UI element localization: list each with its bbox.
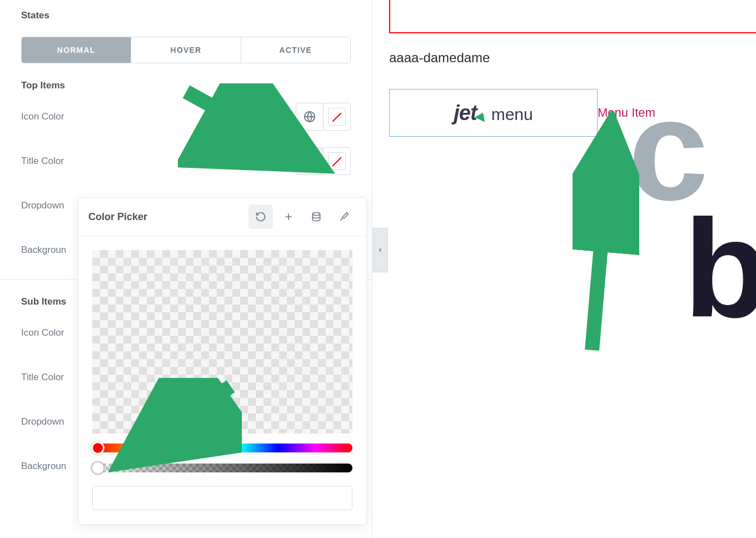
eyedropper-icon [339, 211, 350, 222]
menu-item-label[interactable]: Menu Item [598, 106, 655, 120]
color-swatch-button[interactable] [323, 147, 351, 175]
color-picker-popover: Color Picker [78, 197, 367, 525]
tab-active[interactable]: ACTIVE [241, 37, 350, 63]
add-button[interactable] [276, 205, 301, 229]
color-picker-title: Color Picker [88, 211, 245, 223]
undo-icon [255, 211, 266, 222]
label-icon-color: Icon Color [21, 111, 64, 122]
global-color-button[interactable] [296, 147, 324, 175]
label-background: Backgroun [21, 245, 66, 256]
color-picker-header: Color Picker [78, 198, 366, 236]
saturation-cursor[interactable] [217, 428, 228, 439]
tab-hover[interactable]: HOVER [131, 37, 241, 63]
logo-rest: menu [491, 105, 533, 124]
chevron-left-icon [377, 247, 384, 253]
no-color-icon [328, 152, 346, 170]
row-top-title-color: Title Color [0, 139, 372, 183]
label-sub-dropdown: Dropdown [21, 416, 64, 427]
color-picker-body [78, 236, 366, 524]
alpha-thumb[interactable] [91, 461, 105, 475]
logo-bold: jet [454, 101, 476, 125]
globe-icon [304, 111, 316, 123]
preview-pane: c b aaaa-damedame jet menu Menu Item [389, 0, 756, 538]
hex-input[interactable] [92, 486, 352, 510]
hue-slider[interactable] [92, 444, 352, 452]
selection-outline [389, 0, 756, 33]
plus-icon [283, 211, 294, 222]
collapse-sidebar-handle[interactable] [372, 228, 388, 272]
library-button[interactable] [304, 205, 329, 229]
states-heading: States [0, 0, 372, 24]
stack-icon [311, 211, 322, 222]
preview-heading: aaaa-damedame [389, 50, 490, 66]
global-color-button[interactable] [296, 103, 324, 131]
background-letter-b: b [684, 189, 756, 348]
label-title-color: Title Color [21, 156, 64, 167]
jetmenu-widget[interactable]: jet menu [389, 89, 598, 137]
color-swatch-button[interactable] [323, 103, 351, 131]
no-color-icon [328, 108, 346, 126]
reset-button[interactable] [248, 205, 273, 229]
alpha-slider[interactable] [92, 464, 352, 472]
saturation-area[interactable] [92, 250, 352, 434]
row-top-icon-color: Icon Color [0, 94, 372, 139]
label-sub-title-color: Title Color [21, 372, 64, 383]
hue-thumb[interactable] [91, 441, 105, 455]
label-dropdown: Dropdown [21, 200, 64, 211]
states-tabs: NORMAL HOVER ACTIVE [21, 37, 351, 63]
tab-normal[interactable]: NORMAL [22, 37, 131, 63]
jetmenu-logo: jet menu [454, 101, 533, 125]
top-items-heading: Top Items [0, 63, 372, 94]
svg-point-2 [312, 213, 320, 216]
label-sub-background: Backgroun [21, 461, 66, 472]
eyedropper-button[interactable] [332, 205, 356, 229]
label-sub-icon-color: Icon Color [21, 327, 64, 338]
globe-icon [304, 155, 316, 167]
